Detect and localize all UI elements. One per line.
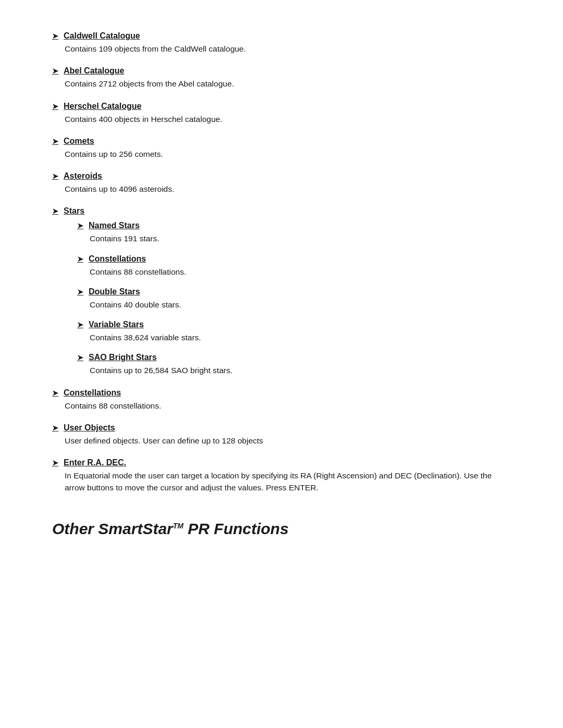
double-stars-title: ➤ Double Stars (77, 287, 511, 297)
double-stars-desc: Contains 40 double stars. (90, 299, 511, 311)
other-functions-heading: Other SmartStarTM PR Functions (52, 520, 511, 538)
variable-stars-section: ➤ Variable Stars Contains 38,624 variabl… (77, 320, 511, 343)
user-objects-desc: User defined objects. User can define up… (65, 435, 511, 447)
abel-desc: Contains 2712 objects from the Abel cata… (65, 78, 511, 90)
sao-bright-stars-arrow: ➤ (77, 353, 83, 362)
sao-bright-stars-section: ➤ SAO Bright Stars Contains up to 26,584… (77, 353, 511, 376)
user-objects-title: ➤ User Objects (52, 423, 511, 433)
abel-arrow: ➤ (52, 67, 58, 75)
herschel-arrow: ➤ (52, 102, 58, 110)
constellations-main-title: ➤ Constellations (52, 388, 511, 398)
abel-section: ➤ Abel Catalogue Contains 2712 objects f… (52, 66, 511, 90)
caldwell-title: ➤ Caldwell Catalogue (52, 31, 511, 41)
caldwell-desc: Contains 109 objects from the CaldWell c… (65, 43, 511, 55)
named-stars-arrow: ➤ (77, 221, 83, 230)
variable-stars-title: ➤ Variable Stars (77, 320, 511, 329)
herschel-title: ➤ Herschel Catalogue (52, 102, 511, 111)
comets-title: ➤ Comets (52, 137, 511, 146)
constellations-sub-label: Constellations (89, 254, 146, 264)
user-objects-section: ➤ User Objects User defined objects. Use… (52, 423, 511, 447)
sao-bright-stars-label: SAO Bright Stars (89, 353, 157, 362)
variable-stars-label: Variable Stars (89, 320, 144, 329)
enter-ra-dec-label: Enter R.A. DEC. (64, 458, 126, 467)
user-objects-arrow: ➤ (52, 424, 58, 432)
enter-ra-dec-desc: In Equatorial mode the user can target a… (65, 470, 511, 494)
herschel-label: Herschel Catalogue (64, 102, 141, 111)
asteroids-section: ➤ Asteroids Contains up to 4096 asteroid… (52, 171, 511, 195)
constellations-sub-arrow: ➤ (77, 255, 83, 263)
double-stars-arrow: ➤ (77, 288, 83, 296)
enter-ra-dec-title: ➤ Enter R.A. DEC. (52, 458, 511, 467)
constellations-main-desc: Contains 88 constellations. (65, 400, 511, 412)
comets-section: ➤ Comets Contains up to 256 comets. (52, 137, 511, 160)
variable-stars-arrow: ➤ (77, 320, 83, 329)
asteroids-title: ➤ Asteroids (52, 171, 511, 181)
user-objects-label: User Objects (64, 423, 115, 433)
stars-label: Stars (64, 206, 84, 216)
constellations-sub-title: ➤ Constellations (77, 254, 511, 264)
enter-ra-dec-section: ➤ Enter R.A. DEC. In Equatorial mode the… (52, 458, 511, 494)
comets-label: Comets (64, 137, 94, 146)
stars-arrow: ➤ (52, 207, 58, 215)
variable-stars-desc: Contains 38,624 variable stars. (90, 331, 511, 343)
herschel-desc: Contains 400 objects in Herschel catalog… (65, 113, 511, 125)
caldwell-arrow: ➤ (52, 32, 58, 40)
asteroids-arrow: ➤ (52, 172, 58, 180)
named-stars-desc: Contains 191 stars. (90, 232, 511, 244)
named-stars-title: ➤ Named Stars (77, 221, 511, 230)
asteroids-label: Asteroids (64, 171, 102, 181)
named-stars-label: Named Stars (89, 221, 140, 230)
constellations-sub-section: ➤ Constellations Contains 88 constellati… (77, 254, 511, 278)
constellations-main-arrow: ➤ (52, 389, 58, 397)
abel-title: ➤ Abel Catalogue (52, 66, 511, 76)
other-functions-superscript: TM (173, 522, 183, 530)
comets-desc: Contains up to 256 comets. (65, 148, 511, 160)
comets-arrow: ➤ (52, 137, 58, 145)
abel-label: Abel Catalogue (64, 66, 124, 76)
other-functions-text-start: Other SmartStar (52, 520, 173, 537)
stars-title: ➤ Stars (52, 206, 511, 216)
asteroids-desc: Contains up to 4096 asteroids. (65, 183, 511, 195)
constellations-main-section: ➤ Constellations Contains 88 constellati… (52, 388, 511, 412)
stars-section: ➤ Stars ➤ Named Stars Contains 191 stars… (52, 206, 511, 376)
sao-bright-stars-title: ➤ SAO Bright Stars (77, 353, 511, 362)
enter-ra-dec-arrow: ➤ (52, 459, 58, 467)
herschel-section: ➤ Herschel Catalogue Contains 400 object… (52, 102, 511, 125)
sao-bright-stars-desc: Contains up to 26,584 SAO bright stars. (90, 364, 511, 376)
constellations-sub-desc: Contains 88 constellations. (90, 266, 511, 278)
caldwell-section: ➤ Caldwell Catalogue Contains 109 object… (52, 31, 511, 55)
double-stars-label: Double Stars (89, 287, 140, 297)
other-functions-text-end: PR Functions (183, 520, 289, 537)
constellations-main-label: Constellations (64, 388, 121, 398)
caldwell-label: Caldwell Catalogue (64, 31, 140, 41)
named-stars-section: ➤ Named Stars Contains 191 stars. (77, 221, 511, 244)
double-stars-section: ➤ Double Stars Contains 40 double stars. (77, 287, 511, 311)
